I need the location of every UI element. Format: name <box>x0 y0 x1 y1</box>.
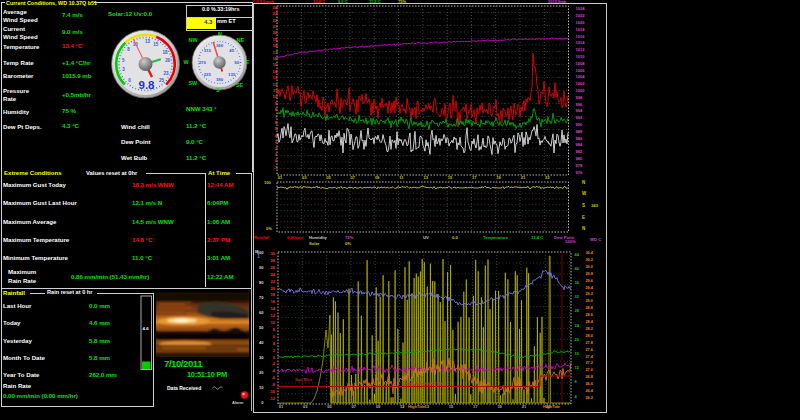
svg-text:135: 135 <box>228 72 236 77</box>
svg-text:360: 360 <box>216 43 224 48</box>
svg-text:13: 13 <box>145 39 151 44</box>
svg-text:15: 15 <box>153 42 159 47</box>
svg-text:20: 20 <box>165 58 171 63</box>
svg-text:225: 225 <box>204 72 212 77</box>
svg-text:270: 270 <box>199 60 207 65</box>
svg-text:18: 18 <box>162 50 168 55</box>
svg-text:90: 90 <box>234 60 239 65</box>
svg-text:25: 25 <box>159 78 165 83</box>
svg-text:45: 45 <box>229 48 234 53</box>
svg-text:9.8: 9.8 <box>139 79 156 91</box>
svg-text:23: 23 <box>164 71 170 76</box>
svg-text:315: 315 <box>204 48 212 53</box>
svg-text:180: 180 <box>216 77 224 82</box>
